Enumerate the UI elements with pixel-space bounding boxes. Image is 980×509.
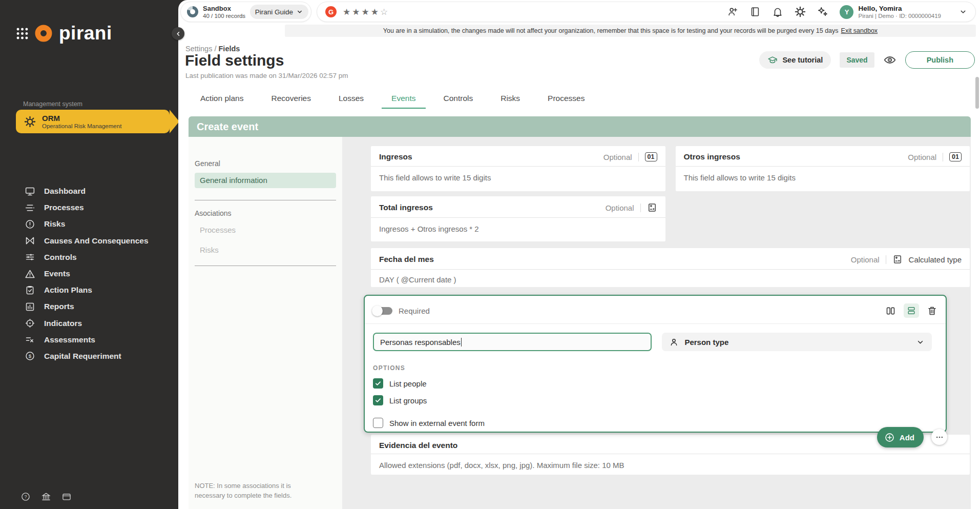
module-tabs: Action plans Recoveries Losses Events Co… (186, 90, 598, 109)
module-selector-orm[interactable]: ORM Operational Risk Management (16, 110, 170, 133)
sidebar-item-assessments[interactable]: Assessments (0, 332, 178, 348)
saved-status-badge: Saved (840, 52, 874, 68)
tab-losses[interactable]: Losses (325, 90, 378, 109)
sparkles-wand-icon[interactable] (817, 6, 828, 17)
divider (195, 266, 336, 266)
field-card-ingresos[interactable]: Ingresos Optional 01 This field allows t… (371, 146, 665, 191)
sidebar-collapse-button[interactable] (172, 27, 184, 40)
sidebar-item-events[interactable]: Events (0, 266, 178, 282)
sliders-icon (25, 252, 35, 262)
subnav-item-processes[interactable]: Processes (200, 226, 342, 234)
field-type-select[interactable]: Person type (662, 333, 932, 351)
field-card-otros-ingresos[interactable]: Otros ingresos Optional 01 This field al… (676, 146, 970, 191)
add-field-button[interactable]: Add (877, 427, 924, 447)
waffle-menu-icon[interactable] (15, 27, 29, 40)
field-card-total-ingresos[interactable]: Total ingresos Optional Ingresos + Otros… (371, 196, 665, 241)
simulation-banner-text: You are in a simulation, the changes mad… (383, 27, 839, 34)
tab-recoveries[interactable]: Recoveries (257, 90, 325, 109)
dollar-circle-icon: $ (25, 351, 35, 361)
tab-events[interactable]: Events (378, 90, 429, 109)
warning-triangle-icon (25, 269, 35, 279)
pirani-ring-icon (34, 24, 53, 43)
gear-icon (24, 116, 36, 128)
sidebar-item-risks[interactable]: Risks (0, 216, 178, 232)
sidebar-item-capital-requeriment[interactable]: $ Capital Requeriment (0, 348, 178, 364)
sidebar-item-action-plans[interactable]: Action Plans (0, 282, 178, 298)
simulation-banner: You are in a simulation, the changes mad… (285, 25, 976, 37)
subnav-item-general-information[interactable]: General information (195, 173, 336, 188)
scrollbar-thumb[interactable] (975, 77, 979, 109)
tab-controls[interactable]: Controls (430, 90, 487, 109)
tab-processes[interactable]: Processes (534, 90, 598, 109)
rows-layout-selected[interactable] (904, 303, 919, 318)
page-title: Field settings (185, 52, 284, 69)
checkbox-list-groups[interactable]: List groups (373, 395, 937, 405)
book-icon[interactable] (749, 6, 761, 17)
sidebar-item-controls[interactable]: Controls (0, 249, 178, 266)
list-icon (25, 202, 35, 213)
rating-stars[interactable]: ★★★★☆ (343, 7, 389, 17)
field-name-input[interactable]: Personas responsables (373, 333, 652, 351)
exit-sandbox-link[interactable]: Exit sandbox (841, 27, 878, 34)
field-card-fecha-del-mes[interactable]: Fecha del mes Optional Calculated type D… (371, 248, 970, 287)
two-columns-layout-icon[interactable] (885, 306, 896, 316)
tab-action-plans[interactable]: Action plans (186, 90, 257, 109)
sandbox-status-card: Sandbox 40 / 100 records Pirani Guide (180, 2, 311, 22)
bar-chart-icon (25, 301, 35, 312)
check-icon (374, 380, 382, 387)
options-label: OPTIONS (373, 364, 937, 372)
publish-button[interactable]: Publish (905, 51, 975, 69)
optional-badge: Optional (851, 255, 880, 264)
checkbox-show-external-form[interactable]: Show in external event form (373, 418, 937, 428)
sidebar-item-reports[interactable]: Reports (0, 298, 178, 315)
divider (943, 153, 943, 161)
chevron-left-icon (175, 30, 182, 37)
add-user-icon[interactable] (727, 6, 738, 17)
panel-title: Create event (197, 121, 258, 133)
gear-icon[interactable] (795, 6, 806, 17)
divider (640, 203, 641, 212)
divider (638, 153, 639, 161)
target-icon (25, 318, 35, 329)
subnav-item-risks[interactable]: Risks (200, 246, 342, 254)
fields-form-area: Ingresos Optional 01 This field allows t… (342, 137, 971, 509)
person-icon (669, 337, 679, 347)
help-icon[interactable]: ? (20, 492, 31, 502)
sidebar-item-dashboard[interactable]: Dashboard (0, 183, 178, 199)
chevron-down-icon (959, 8, 967, 16)
required-toggle[interactable] (373, 307, 392, 315)
bell-icon[interactable] (772, 6, 783, 17)
bank-icon[interactable] (41, 492, 51, 502)
checkbox-checked-icon (373, 378, 383, 389)
monitor-icon (25, 186, 35, 197)
divider (886, 255, 886, 264)
field-helper-text: This field allows to write 15 digits (371, 167, 665, 189)
field-label: Total ingresos (379, 203, 433, 212)
see-tutorial-button[interactable]: See tutorial (759, 51, 831, 69)
svg-text:?: ? (24, 494, 27, 499)
more-options-button[interactable] (931, 429, 947, 445)
field-label: Otros ingresos (684, 152, 740, 161)
optional-badge: Optional (908, 153, 936, 161)
checkbox-list-people[interactable]: List people (373, 378, 937, 389)
trash-icon[interactable] (927, 306, 937, 316)
divider (195, 200, 336, 200)
optional-badge: Optional (606, 203, 634, 212)
sidebar-nav: Dashboard Processes Risks Causes And Con… (0, 183, 178, 364)
calculator-icon (892, 254, 903, 264)
sidebar-item-indicators[interactable]: Indicators (0, 315, 178, 332)
graduation-cap-icon (767, 55, 778, 65)
tab-risks[interactable]: Risks (487, 90, 534, 109)
subnav-asociations-label: Asociations (195, 209, 342, 217)
user-meta: Pirani | Demo · ID: 0000000419 (858, 13, 941, 19)
last-publication-text: Last publication was made on 31/Mar/2026… (185, 72, 348, 79)
preview-eye-icon[interactable] (883, 53, 896, 67)
sandbox-records-count: 40 / 100 records (203, 13, 250, 19)
field-helper-text: This field allows to write 15 digits (676, 167, 970, 189)
pirani-guide-dropdown[interactable]: Pirani Guide (250, 5, 308, 19)
user-menu[interactable]: Y Hello, Yomira Pirani | Demo · ID: 0000… (840, 5, 967, 19)
sidebar-item-causes-consequences[interactable]: Causes And Consequences (0, 233, 178, 249)
card-icon[interactable] (61, 492, 72, 502)
chevron-down-icon (296, 8, 303, 15)
sidebar-item-processes[interactable]: Processes (0, 199, 178, 216)
